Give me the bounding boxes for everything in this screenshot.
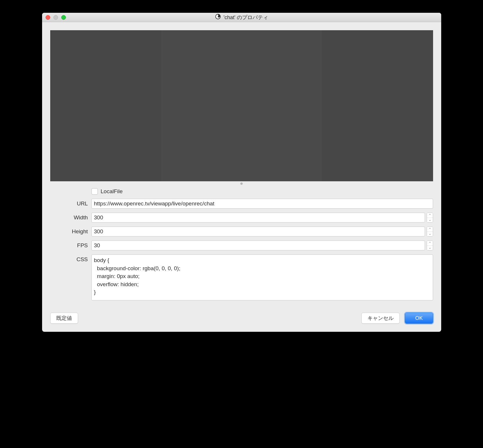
url-input[interactable] [91,199,433,209]
properties-form: LocalFile URL Width ⌃ ⌄ [50,188,433,308]
fps-step-down-icon[interactable]: ⌄ [427,246,433,250]
height-step-down-icon[interactable]: ⌄ [427,232,433,236]
svg-point-0 [215,14,221,19]
width-step-up-icon[interactable]: ⌃ [427,213,433,218]
fps-stepper[interactable]: ⌃ ⌄ [427,241,433,250]
width-input[interactable] [91,213,425,223]
css-label: CSS [50,255,88,263]
close-window-button[interactable] [46,15,50,20]
height-step-up-icon[interactable]: ⌃ [427,227,433,232]
minimize-window-button[interactable] [53,15,58,20]
content-area: LocalFile URL Width ⌃ ⌄ [42,22,441,313]
splitter-handle[interactable] [50,181,433,188]
cancel-button[interactable]: キャンセル [361,313,400,324]
zoom-window-button[interactable] [61,15,66,20]
button-bar: 既定値 キャンセル OK [42,313,441,332]
window-controls [42,15,66,20]
width-stepper[interactable]: ⌃ ⌄ [427,213,433,223]
ok-button[interactable]: OK [405,313,433,324]
properties-window: 'chat' のプロパティ LocalFile URL W [42,13,441,332]
source-preview [50,30,433,181]
fps-step-up-icon[interactable]: ⌃ [427,241,433,246]
height-label: Height [50,227,88,235]
width-label: Width [50,213,88,221]
obs-icon [215,13,221,21]
preview-center-band [161,30,322,181]
localfile-label: LocalFile [101,188,123,195]
localfile-checkbox[interactable] [91,188,98,195]
fps-input[interactable] [91,241,425,250]
width-step-down-icon[interactable]: ⌄ [427,218,433,223]
height-input[interactable] [91,227,425,236]
css-textarea[interactable] [91,255,433,300]
height-stepper[interactable]: ⌃ ⌄ [427,227,433,236]
defaults-button[interactable]: 既定値 [50,313,78,324]
window-title: 'chat' のプロパティ [224,14,268,21]
titlebar: 'chat' のプロパティ [42,13,441,22]
fps-label: FPS [50,241,88,249]
url-label: URL [50,199,88,207]
